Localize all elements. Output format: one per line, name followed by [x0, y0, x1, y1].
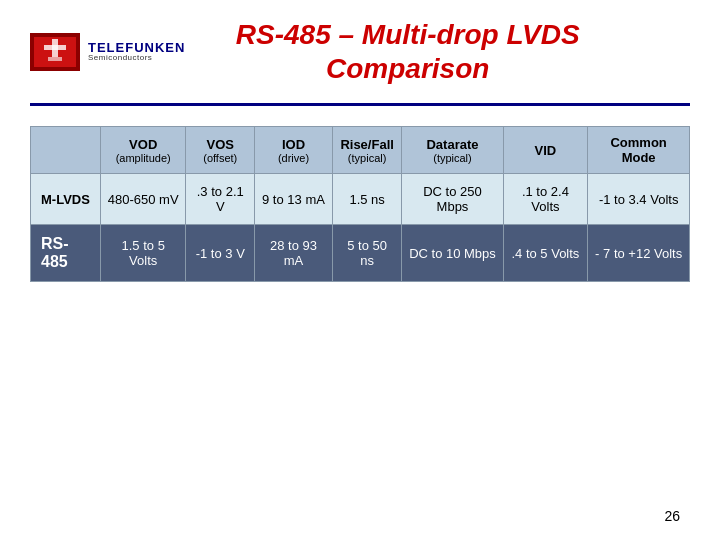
col-vod-sublabel: (amplitude)	[107, 152, 179, 164]
telefunken-logo	[30, 33, 80, 71]
col-empty	[31, 127, 101, 174]
col-vod: VOD (amplitude)	[101, 127, 186, 174]
col-iod-sublabel: (drive)	[261, 152, 326, 164]
page-title: RS-485 – Multi-drop LVDS Comparison	[185, 18, 630, 85]
row1-risefall: 1.5 ns	[332, 174, 402, 225]
comparison-table-container: VOD (amplitude) VOS (offset) IOD (drive)…	[0, 126, 720, 282]
title-line2: Comparison	[326, 53, 489, 84]
row1-label: M-LVDS	[31, 174, 101, 225]
col-datarate-sublabel: (typical)	[408, 152, 496, 164]
col-vos-sublabel: (offset)	[192, 152, 248, 164]
logo-area: TELEFUNKEN Semiconductors	[30, 33, 185, 71]
col-vos-label: VOS	[207, 137, 234, 152]
col-rise-fall: Rise/Fall (typical)	[332, 127, 402, 174]
header: TELEFUNKEN Semiconductors RS-485 – Multi…	[0, 0, 720, 95]
table-row: M-LVDS 480-650 mV .3 to 2.1 V 9 to 13 mA…	[31, 174, 690, 225]
brand-sub: Semiconductors	[88, 54, 185, 62]
comparison-table: VOD (amplitude) VOS (offset) IOD (drive)…	[30, 126, 690, 282]
header-row: VOD (amplitude) VOS (offset) IOD (drive)…	[31, 127, 690, 174]
col-iod: IOD (drive)	[255, 127, 333, 174]
table-body: M-LVDS 480-650 mV .3 to 2.1 V 9 to 13 mA…	[31, 174, 690, 282]
table-row: RS-485 1.5 to 5 Volts -1 to 3 V 28 to 93…	[31, 225, 690, 282]
row1-iod: 9 to 13 mA	[255, 174, 333, 225]
col-iod-label: IOD	[282, 137, 305, 152]
title-area: RS-485 – Multi-drop LVDS Comparison	[185, 18, 690, 85]
row1-commonmode: -1 to 3.4 Volts	[588, 174, 690, 225]
logo-text: TELEFUNKEN Semiconductors	[88, 41, 185, 62]
row1-vid: .1 to 2.4 Volts	[503, 174, 588, 225]
row1-datarate: DC to 250 Mbps	[402, 174, 503, 225]
col-vod-label: VOD	[129, 137, 157, 152]
row2-iod: 28 to 93 mA	[255, 225, 333, 282]
horizontal-divider	[30, 103, 690, 106]
col-common-mode: Common Mode	[588, 127, 690, 174]
row1-vod: 480-650 mV	[101, 174, 186, 225]
row2-datarate: DC to 10 Mbps	[402, 225, 503, 282]
row2-label: RS-485	[31, 225, 101, 282]
col-vid-label: VID	[535, 143, 557, 158]
svg-rect-3	[44, 45, 66, 50]
col-risefall-label: Rise/Fall	[340, 137, 393, 152]
svg-rect-4	[48, 57, 62, 61]
col-risefall-sublabel: (typical)	[339, 152, 396, 164]
col-vid: VID	[503, 127, 588, 174]
row2-commonmode: - 7 to +12 Volts	[588, 225, 690, 282]
row2-risefall: 5 to 50 ns	[332, 225, 402, 282]
row2-vid: .4 to 5 Volts	[503, 225, 588, 282]
page-number: 26	[664, 508, 680, 524]
col-vos: VOS (offset)	[186, 127, 255, 174]
title-line1: RS-485 – Multi-drop LVDS	[236, 19, 580, 50]
row1-vos: .3 to 2.1 V	[186, 174, 255, 225]
col-datarate: Datarate (typical)	[402, 127, 503, 174]
row2-vod: 1.5 to 5 Volts	[101, 225, 186, 282]
row2-vos: -1 to 3 V	[186, 225, 255, 282]
table-header: VOD (amplitude) VOS (offset) IOD (drive)…	[31, 127, 690, 174]
col-datarate-label: Datarate	[426, 137, 478, 152]
col-commonmode-label: Common Mode	[610, 135, 666, 165]
